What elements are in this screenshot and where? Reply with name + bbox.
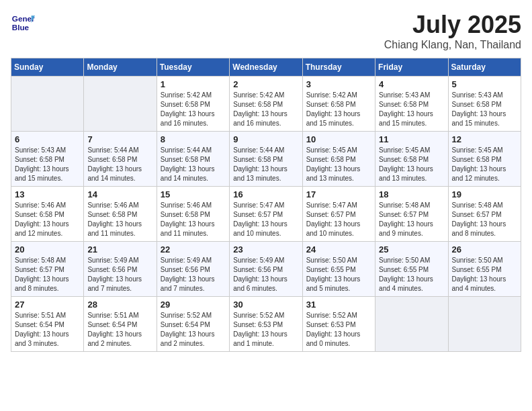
day-number: 17 (306, 189, 371, 199)
day-info: Sunrise: 5:51 AM Sunset: 6:54 PM Dayligh… (15, 311, 80, 349)
day-number: 2 (233, 79, 298, 89)
calendar-week-row: 13Sunrise: 5:46 AM Sunset: 6:58 PM Dayli… (11, 187, 521, 242)
calendar-cell (11, 77, 84, 132)
day-number: 20 (15, 244, 80, 255)
calendar-cell: 2Sunrise: 5:42 AM Sunset: 6:58 PM Daylig… (230, 77, 302, 132)
day-number: 19 (452, 189, 517, 199)
day-info: Sunrise: 5:48 AM Sunset: 6:57 PM Dayligh… (379, 201, 444, 238)
calendar-cell: 28Sunrise: 5:51 AM Sunset: 6:54 PM Dayli… (84, 297, 157, 352)
column-header-wednesday: Wednesday (230, 58, 302, 77)
day-number: 8 (161, 134, 226, 144)
day-info: Sunrise: 5:43 AM Sunset: 6:58 PM Dayligh… (379, 91, 444, 128)
calendar-week-row: 1Sunrise: 5:42 AM Sunset: 6:58 PM Daylig… (11, 77, 521, 132)
logo-icon: General Blue (11, 11, 35, 35)
calendar-cell: 25Sunrise: 5:50 AM Sunset: 6:55 PM Dayli… (375, 242, 448, 297)
day-number: 3 (306, 79, 371, 89)
calendar-cell: 3Sunrise: 5:42 AM Sunset: 6:58 PM Daylig… (302, 77, 375, 132)
day-info: Sunrise: 5:49 AM Sunset: 6:56 PM Dayligh… (87, 256, 152, 293)
logo: General Blue (11, 11, 35, 35)
day-number: 25 (379, 244, 444, 255)
day-number: 7 (87, 134, 152, 144)
day-number: 16 (233, 189, 298, 199)
calendar-cell (448, 297, 521, 352)
calendar-cell: 5Sunrise: 5:43 AM Sunset: 6:58 PM Daylig… (448, 77, 521, 132)
day-info: Sunrise: 5:44 AM Sunset: 6:58 PM Dayligh… (233, 146, 298, 183)
day-info: Sunrise: 5:45 AM Sunset: 6:58 PM Dayligh… (452, 146, 517, 183)
day-number: 23 (233, 244, 298, 255)
calendar-week-row: 20Sunrise: 5:48 AM Sunset: 6:57 PM Dayli… (11, 242, 521, 297)
column-header-thursday: Thursday (302, 58, 375, 77)
day-info: Sunrise: 5:44 AM Sunset: 6:58 PM Dayligh… (87, 146, 152, 183)
day-number: 27 (15, 300, 80, 310)
calendar-cell: 20Sunrise: 5:48 AM Sunset: 6:57 PM Dayli… (11, 242, 84, 297)
calendar-cell: 7Sunrise: 5:44 AM Sunset: 6:58 PM Daylig… (84, 132, 157, 187)
column-header-tuesday: Tuesday (157, 58, 229, 77)
calendar-table: SundayMondayTuesdayWednesdayThursdayFrid… (11, 58, 521, 352)
day-info: Sunrise: 5:51 AM Sunset: 6:54 PM Dayligh… (87, 311, 152, 349)
day-number: 1 (161, 79, 226, 89)
title-block: July 2025 Chiang Klang, Nan, Thailand (384, 11, 521, 51)
calendar-cell: 13Sunrise: 5:46 AM Sunset: 6:58 PM Dayli… (11, 187, 84, 242)
calendar-cell: 9Sunrise: 5:44 AM Sunset: 6:58 PM Daylig… (230, 132, 302, 187)
day-number: 13 (15, 189, 80, 199)
page-header: General Blue July 2025 Chiang Klang, Nan… (11, 11, 521, 51)
day-number: 6 (15, 134, 80, 144)
calendar-cell: 26Sunrise: 5:50 AM Sunset: 6:55 PM Dayli… (448, 242, 521, 297)
calendar-header-row: SundayMondayTuesdayWednesdayThursdayFrid… (11, 58, 521, 77)
calendar-cell: 11Sunrise: 5:45 AM Sunset: 6:58 PM Dayli… (375, 132, 448, 187)
column-header-monday: Monday (84, 58, 157, 77)
column-header-saturday: Saturday (448, 58, 521, 77)
day-number: 12 (452, 134, 517, 144)
calendar-cell: 15Sunrise: 5:46 AM Sunset: 6:58 PM Dayli… (157, 187, 229, 242)
day-info: Sunrise: 5:47 AM Sunset: 6:57 PM Dayligh… (306, 201, 371, 238)
day-number: 30 (233, 300, 298, 310)
day-info: Sunrise: 5:49 AM Sunset: 6:56 PM Dayligh… (161, 256, 226, 293)
location-title: Chiang Klang, Nan, Thailand (384, 39, 521, 51)
day-info: Sunrise: 5:50 AM Sunset: 6:55 PM Dayligh… (306, 256, 371, 293)
calendar-cell: 18Sunrise: 5:48 AM Sunset: 6:57 PM Dayli… (375, 187, 448, 242)
column-header-friday: Friday (375, 58, 448, 77)
day-number: 5 (452, 79, 517, 89)
day-number: 15 (161, 189, 226, 199)
calendar-cell: 8Sunrise: 5:44 AM Sunset: 6:58 PM Daylig… (157, 132, 229, 187)
day-info: Sunrise: 5:50 AM Sunset: 6:55 PM Dayligh… (452, 256, 517, 293)
calendar-cell (375, 297, 448, 352)
calendar-cell: 1Sunrise: 5:42 AM Sunset: 6:58 PM Daylig… (157, 77, 229, 132)
day-number: 14 (87, 189, 152, 199)
month-title: July 2025 (384, 11, 521, 39)
svg-text:Blue: Blue (12, 23, 30, 32)
calendar-cell: 6Sunrise: 5:43 AM Sunset: 6:58 PM Daylig… (11, 132, 84, 187)
day-info: Sunrise: 5:49 AM Sunset: 6:56 PM Dayligh… (233, 256, 298, 293)
calendar-cell: 17Sunrise: 5:47 AM Sunset: 6:57 PM Dayli… (302, 187, 375, 242)
calendar-cell: 31Sunrise: 5:52 AM Sunset: 6:53 PM Dayli… (302, 297, 375, 352)
day-number: 9 (233, 134, 298, 144)
calendar-cell: 14Sunrise: 5:46 AM Sunset: 6:58 PM Dayli… (84, 187, 157, 242)
calendar-week-row: 6Sunrise: 5:43 AM Sunset: 6:58 PM Daylig… (11, 132, 521, 187)
calendar-cell: 23Sunrise: 5:49 AM Sunset: 6:56 PM Dayli… (230, 242, 302, 297)
day-number: 21 (87, 244, 152, 255)
calendar-cell: 12Sunrise: 5:45 AM Sunset: 6:58 PM Dayli… (448, 132, 521, 187)
day-info: Sunrise: 5:46 AM Sunset: 6:58 PM Dayligh… (87, 201, 152, 238)
day-info: Sunrise: 5:42 AM Sunset: 6:58 PM Dayligh… (306, 91, 371, 128)
day-number: 10 (306, 134, 371, 144)
day-number: 31 (306, 300, 371, 310)
day-info: Sunrise: 5:43 AM Sunset: 6:58 PM Dayligh… (452, 91, 517, 128)
calendar-cell: 24Sunrise: 5:50 AM Sunset: 6:55 PM Dayli… (302, 242, 375, 297)
day-info: Sunrise: 5:42 AM Sunset: 6:58 PM Dayligh… (161, 91, 226, 128)
calendar-cell: 19Sunrise: 5:48 AM Sunset: 6:57 PM Dayli… (448, 187, 521, 242)
day-info: Sunrise: 5:50 AM Sunset: 6:55 PM Dayligh… (379, 256, 444, 293)
day-info: Sunrise: 5:52 AM Sunset: 6:53 PM Dayligh… (233, 311, 298, 349)
day-info: Sunrise: 5:42 AM Sunset: 6:58 PM Dayligh… (233, 91, 298, 128)
day-number: 18 (379, 189, 444, 199)
day-info: Sunrise: 5:46 AM Sunset: 6:58 PM Dayligh… (161, 201, 226, 238)
calendar-cell: 21Sunrise: 5:49 AM Sunset: 6:56 PM Dayli… (84, 242, 157, 297)
day-info: Sunrise: 5:45 AM Sunset: 6:58 PM Dayligh… (306, 146, 371, 183)
calendar-cell: 4Sunrise: 5:43 AM Sunset: 6:58 PM Daylig… (375, 77, 448, 132)
day-info: Sunrise: 5:48 AM Sunset: 6:57 PM Dayligh… (452, 201, 517, 238)
calendar-cell: 22Sunrise: 5:49 AM Sunset: 6:56 PM Dayli… (157, 242, 229, 297)
day-number: 4 (379, 79, 444, 89)
day-number: 29 (161, 300, 226, 310)
calendar-cell: 16Sunrise: 5:47 AM Sunset: 6:57 PM Dayli… (230, 187, 302, 242)
day-info: Sunrise: 5:43 AM Sunset: 6:58 PM Dayligh… (15, 146, 80, 183)
day-info: Sunrise: 5:44 AM Sunset: 6:58 PM Dayligh… (161, 146, 226, 183)
